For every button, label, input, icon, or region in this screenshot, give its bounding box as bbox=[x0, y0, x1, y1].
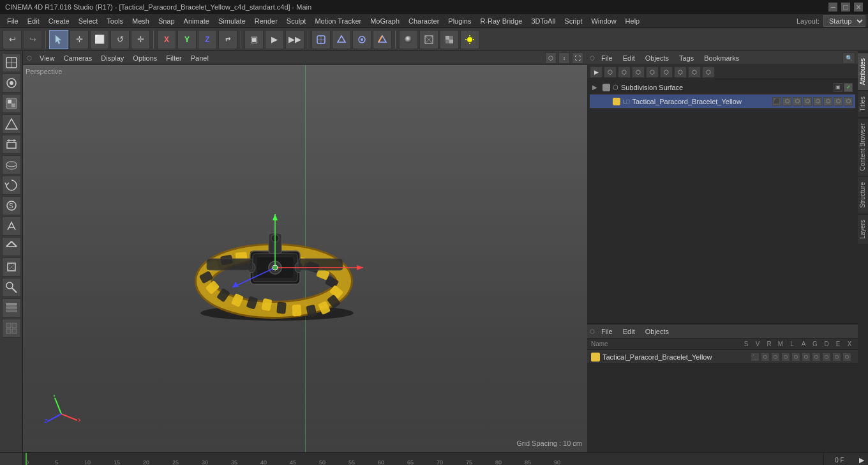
shading-button[interactable] bbox=[399, 30, 418, 49]
obj-tool-2[interactable]: ⬡ bbox=[604, 66, 617, 78]
left-btn-9[interactable] bbox=[2, 217, 21, 236]
3d-viewport[interactable]: Perspective bbox=[23, 65, 587, 452]
object-row-subdivision[interactable]: ▶ ⬡ Subdivision Surface ▣ ✓ bbox=[590, 80, 855, 95]
vtab-content-browser[interactable]: Content Browser bbox=[858, 118, 868, 176]
attr-icon-10[interactable]: ⬡ bbox=[842, 353, 851, 362]
obj-tool-3[interactable]: ⬡ bbox=[618, 66, 631, 78]
attr-icon-9[interactable]: ⬡ bbox=[832, 353, 841, 362]
vtab-attributes[interactable]: Attributes bbox=[858, 52, 868, 90]
left-btn-12[interactable] bbox=[2, 278, 21, 297]
obj-tool-9[interactable]: ⬡ bbox=[702, 66, 715, 78]
transform-button[interactable]: ✛ bbox=[131, 30, 150, 49]
menu-snap[interactable]: Snap bbox=[154, 16, 179, 26]
attr-icon-6[interactable]: ⬡ bbox=[802, 353, 811, 362]
left-btn-grid[interactable] bbox=[2, 319, 21, 338]
vp-menu-panel[interactable]: Panel bbox=[187, 53, 213, 63]
attr-menu-file[interactable]: File bbox=[597, 326, 617, 337]
obj-badge-check2[interactable]: ✓ bbox=[844, 83, 853, 92]
menu-motion-tracker[interactable]: Motion Tracker bbox=[310, 16, 366, 26]
menu-simulate[interactable]: Simulate bbox=[214, 16, 250, 26]
vtab-layers[interactable]: Layers bbox=[858, 214, 868, 244]
menu-create[interactable]: Create bbox=[44, 16, 74, 26]
scale-tool-button[interactable]: ⬜ bbox=[90, 30, 109, 49]
menu-mesh[interactable]: Mesh bbox=[128, 16, 154, 26]
menu-edit[interactable]: Edit bbox=[23, 16, 44, 26]
vp-icon-2[interactable]: ↕ bbox=[558, 52, 570, 64]
menu-script[interactable]: Script bbox=[560, 16, 587, 26]
left-btn-1[interactable] bbox=[2, 53, 21, 72]
left-btn-6[interactable] bbox=[2, 155, 21, 174]
vp-menu-view[interactable]: View bbox=[36, 53, 59, 63]
menu-select[interactable]: Select bbox=[74, 16, 103, 26]
axis-x-button[interactable]: X bbox=[157, 30, 176, 49]
menu-plugins[interactable]: Plugins bbox=[444, 16, 475, 26]
obj-tool-5[interactable]: ⬡ bbox=[646, 66, 659, 78]
axis-z-button[interactable]: Z bbox=[198, 30, 217, 49]
object-row-bracelet[interactable]: ▶ L□ Tactical_Paracord_Bracelet_Yellow ⬛… bbox=[590, 95, 855, 109]
attr-icon-7[interactable]: ⬡ bbox=[812, 353, 821, 362]
timeline-end-btn[interactable]: ▶ bbox=[855, 453, 868, 465]
menu-rray[interactable]: R-Ray Bridge bbox=[475, 16, 527, 26]
attr-icon-5[interactable]: ⬡ bbox=[791, 353, 800, 362]
menu-3dtoall[interactable]: 3DToAll bbox=[527, 16, 560, 26]
point-mode-button[interactable] bbox=[352, 30, 371, 49]
render-all-button[interactable]: ▶▶ bbox=[285, 30, 304, 49]
left-btn-3[interactable] bbox=[2, 94, 21, 113]
wire-button[interactable] bbox=[419, 30, 438, 49]
obj-menu-edit[interactable]: Edit bbox=[619, 53, 639, 63]
redo-button[interactable]: ↪ bbox=[23, 30, 42, 49]
obj-menu-objects[interactable]: Objects bbox=[641, 53, 673, 63]
obj-menu-file[interactable]: File bbox=[597, 53, 617, 63]
menu-file[interactable]: File bbox=[3, 16, 23, 26]
attr-icon-4[interactable]: ⬡ bbox=[781, 353, 790, 362]
minimize-button[interactable]: − bbox=[828, 3, 837, 11]
light-button[interactable] bbox=[460, 30, 479, 49]
obj-tool-1[interactable]: ▶ bbox=[590, 66, 602, 78]
vp-menu-display[interactable]: Display bbox=[97, 53, 128, 63]
coordinate-button[interactable]: ⇄ bbox=[218, 30, 237, 49]
menu-window[interactable]: Window bbox=[587, 16, 620, 26]
vp-icon-3[interactable]: ⛶ bbox=[572, 52, 583, 64]
vp-menu-options[interactable]: Options bbox=[129, 53, 161, 63]
attr-icon-3[interactable]: ⬡ bbox=[771, 353, 780, 362]
vp-menu-cameras[interactable]: Cameras bbox=[60, 53, 96, 63]
menu-character[interactable]: Character bbox=[404, 16, 444, 26]
left-btn-layer[interactable] bbox=[2, 298, 21, 317]
select-tool-button[interactable] bbox=[49, 30, 68, 49]
obj-menu-tags[interactable]: Tags bbox=[675, 53, 698, 63]
menu-sculpt[interactable]: Sculpt bbox=[282, 16, 311, 26]
menu-help[interactable]: Help bbox=[621, 16, 645, 26]
menu-tools[interactable]: Tools bbox=[102, 16, 128, 26]
vtab-structure[interactable]: Structure bbox=[858, 176, 868, 213]
render-active-button[interactable]: ▶ bbox=[265, 30, 284, 49]
object-mode-button[interactable] bbox=[311, 30, 331, 49]
vp-menu-filter[interactable]: Filter bbox=[162, 53, 185, 63]
rotate-tool-button[interactable]: ↺ bbox=[110, 30, 130, 49]
render-region-button[interactable]: ▣ bbox=[244, 30, 264, 49]
obj-tool-4[interactable]: ⬡ bbox=[632, 66, 645, 78]
menu-animate[interactable]: Animate bbox=[179, 16, 214, 26]
close-button[interactable]: × bbox=[854, 3, 863, 11]
attr-icon-2[interactable]: ⬡ bbox=[761, 353, 770, 362]
left-btn-10[interactable] bbox=[2, 237, 21, 256]
attr-menu-edit[interactable]: Edit bbox=[619, 326, 639, 337]
layout-select[interactable]: Startup bbox=[823, 15, 865, 27]
menu-mograph[interactable]: MoGraph bbox=[366, 16, 404, 26]
left-btn-5[interactable] bbox=[2, 135, 21, 154]
vtab-titles[interactable]: Titles bbox=[858, 91, 868, 117]
obj-tool-8[interactable]: ⬡ bbox=[688, 66, 701, 78]
obj-search-button[interactable]: 🔍 bbox=[842, 52, 855, 64]
texture-button[interactable] bbox=[440, 30, 459, 49]
axis-y-button[interactable]: Y bbox=[177, 30, 197, 49]
move-tool-button[interactable]: ✛ bbox=[70, 30, 89, 49]
left-btn-2[interactable] bbox=[2, 73, 21, 93]
attr-menu-objects[interactable]: Objects bbox=[641, 326, 673, 337]
left-btn-7[interactable] bbox=[2, 176, 21, 195]
left-btn-8[interactable]: S bbox=[2, 196, 21, 215]
playhead[interactable] bbox=[26, 453, 27, 465]
attr-icon-8[interactable]: ⬡ bbox=[822, 353, 831, 362]
vp-icon-1[interactable]: ⬡ bbox=[545, 52, 557, 64]
attr-icon-1[interactable]: ⬛ bbox=[751, 353, 760, 362]
obj-tool-7[interactable]: ⬡ bbox=[674, 66, 687, 78]
edge-mode-button[interactable] bbox=[373, 30, 392, 49]
